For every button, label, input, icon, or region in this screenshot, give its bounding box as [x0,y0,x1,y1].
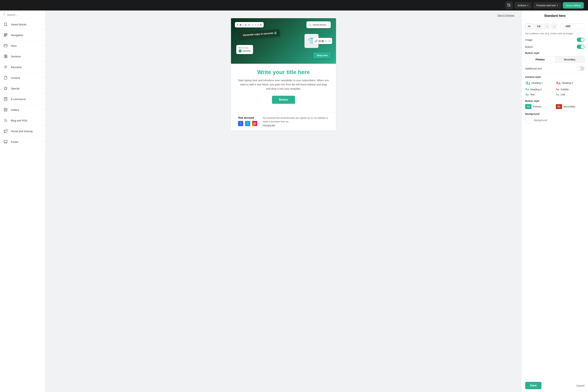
elements-icon [3,64,8,70]
sidebar-item-special[interactable]: Special › [0,83,45,94]
sidebar-item-label: Content [11,76,20,79]
heading2-icon: Aa [556,81,560,85]
social-icon [3,128,8,134]
background-label: Background [534,119,547,122]
content-icon [3,75,8,80]
email-title: Write your title here [238,69,329,76]
background-swatch[interactable] [525,117,532,123]
svg-rect-5 [4,44,7,47]
sidebar-item-navigation[interactable]: Navigation › [0,30,45,40]
done-editing-button[interactable]: Done editing [563,2,584,8]
sidebar-item-hero[interactable]: Hero › [0,40,45,51]
additional-text-toggle[interactable] [577,66,584,70]
heading3-icon: Aa [525,88,529,91]
sidebar-item-content[interactable]: Content › [0,72,45,83]
arrow-up-button[interactable]: ↑ [544,24,550,29]
search-icon [3,13,6,16]
search-bar [0,10,45,19]
svg-point-17 [4,122,5,122]
brand-color-card: Brand color #2cb191 [236,45,253,54]
footer-social-icons: f 𝕏 [238,121,257,126]
shop-now-card: Shop now [313,52,331,58]
button-style-label: Button style [525,52,584,54]
content-style-link[interactable]: Aa Link [556,93,585,96]
content-style-subtitle[interactable]: Aa Subtitle [556,88,585,91]
svg-rect-4 [4,36,6,36]
chevron-right-icon: › [42,23,42,26]
content-style-heading1[interactable]: Aı Heading 1 [525,80,554,86]
color-swatch [560,25,564,28]
sidebar-item-label: Gallery [11,108,19,111]
sidebar-item-ecommerce[interactable]: E-commerce › [0,94,45,104]
preview-label: Preview and test [536,4,556,7]
button-style-selector: Primary Secondary [525,56,584,63]
save-button[interactable]: Save [525,382,542,389]
hero-icon [3,43,8,48]
image-toggle[interactable] [577,38,584,42]
footer-left: Test account f 𝕏 [238,116,257,126]
heading2-label: Heading 2 [562,82,573,84]
svg-rect-7 [4,55,6,58]
panel-footer: Save Cancel [522,379,588,392]
secondary-style-button[interactable]: Secondary [555,56,584,63]
svg-line-1 [5,15,5,16]
actions-button[interactable]: Actions ▾ [514,2,532,8]
chevron-right-icon: › [42,66,42,68]
panel-header: Standard hero [522,10,588,21]
chevron-right-icon: › [42,98,42,100]
preview-chevron-icon: ▾ [557,4,558,6]
sidebar-item-label: Social and sharing [11,130,32,133]
sidebar-item-label: Hero [11,44,16,47]
sidebar-item-blog-rss[interactable]: Blog and RSS › [0,115,45,126]
color-input[interactable]: #ffffff [558,24,584,30]
instagram-icon [252,121,257,126]
email-cta-button[interactable]: Button [272,96,295,104]
gallery-icon [3,107,8,112]
text-label: Text [530,93,534,96]
cancel-button[interactable]: Cancel [576,384,584,387]
hero-section: T B I U 🔗 A ≡ # ✤ Generate copy in secon… [231,18,336,64]
chevron-right-icon: › [42,119,42,122]
content-style-heading3[interactable]: Aa Heading 3 [525,88,554,91]
svg-rect-18 [4,140,7,142]
preview-button[interactable]: Preview and test ▾ [533,2,561,8]
sidebar-item-gallery[interactable]: Gallery › [0,104,45,115]
sidebar-item-label: E-commerce [11,98,26,100]
chevron-right-icon: › [42,76,42,79]
sidebar-item-elements[interactable]: Elements › [0,62,45,72]
unsubscribe-button[interactable]: Unsubscribe [262,124,275,126]
email-subtitle: Start typing here and introduce your new… [238,78,329,91]
done-editing-label: Done editing [566,4,581,7]
secondary-swatch: Aa [556,104,562,109]
heading1-label: Heading 1 [532,82,543,84]
btn-style-secondary[interactable]: Aa Secondary [556,104,585,109]
history-button[interactable] [505,2,513,9]
search-input[interactable] [7,13,42,16]
view-in-browser-button[interactable]: View in browser [497,14,514,17]
button-style-section-label: Button style [525,100,584,102]
sidebar-item-sections[interactable]: Sections › [0,51,45,62]
content-style-heading2[interactable]: Aa Heading 2 [556,80,585,86]
svg-point-16 [5,109,5,110]
main-layout: Saved blocks › Navigation › [0,10,588,392]
sidebar-item-footer[interactable]: Footer › [0,136,45,147]
panel-title: Standard hero [544,14,566,18]
sidebar-item-label: Footer [11,140,18,143]
chevron-right-icon: › [42,140,42,143]
sidebar-item-social[interactable]: Social and sharing › [0,126,45,136]
sidebar-item-label: Blog and RSS [11,119,27,122]
button-toggle-row: Button [525,44,584,49]
btn-style-primary[interactable]: Aa Primary [525,104,554,109]
sidebar: Saved blocks › Navigation › [0,10,46,392]
button-toggle[interactable] [577,44,584,49]
sidebar-item-saved-blocks[interactable]: Saved blocks › [0,19,45,30]
content-style-text[interactable]: Aa Text [525,93,554,96]
svg-marker-13 [4,87,7,90]
secondary-btn-label: Secondary [564,105,575,108]
arrow-down-button[interactable]: ↓ [551,24,557,29]
sidebar-item-label: Special [11,87,20,90]
primary-style-button[interactable]: Primary [525,56,555,63]
fill-button[interactable]: Fill [534,24,543,29]
fit-button[interactable]: Fit [525,24,533,29]
special-icon [3,86,8,91]
